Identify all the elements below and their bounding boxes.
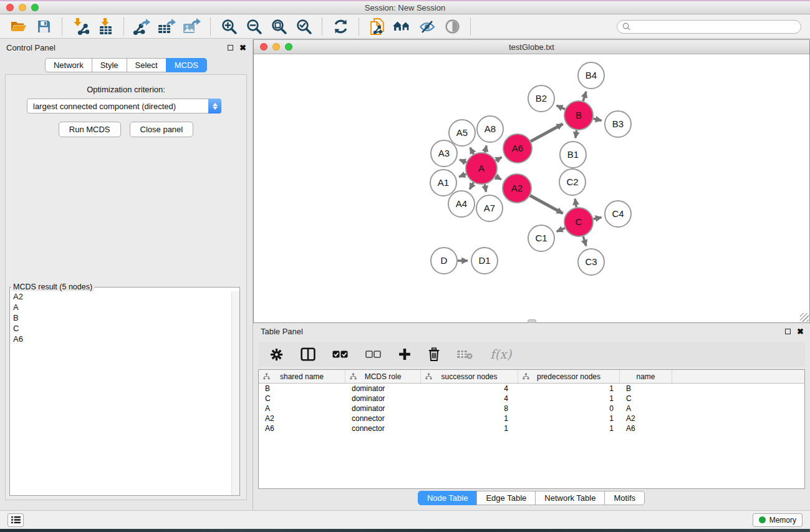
close-window-button[interactable] [6, 4, 14, 11]
table-cell[interactable]: 4 [421, 384, 518, 394]
home-view-button[interactable] [390, 17, 415, 37]
table-cell[interactable]: A6 [620, 423, 672, 433]
edge-B-B4[interactable] [583, 92, 586, 101]
table-cell[interactable]: B [259, 384, 345, 394]
show-all-button[interactable] [440, 17, 465, 37]
export-table-button[interactable] [155, 17, 180, 37]
main-titlebar[interactable]: Session: New Session [0, 1, 810, 14]
table-cell[interactable]: 1 [421, 414, 518, 423]
column-header-shared-name[interactable]: shared name [259, 370, 345, 383]
table-cell[interactable]: C [259, 394, 345, 404]
import-table-button[interactable] [93, 17, 118, 37]
edge-A-A3[interactable] [460, 160, 466, 162]
save-session-button[interactable] [31, 17, 56, 37]
column-visibility-button[interactable] [301, 345, 316, 364]
table-row[interactable]: Adominator80A [259, 404, 804, 414]
table-cell[interactable]: C [620, 394, 672, 404]
tab-node-table[interactable]: Node Table [418, 491, 478, 505]
table-cell[interactable]: B [620, 384, 672, 394]
column-header-name[interactable]: name [620, 370, 672, 383]
network-canvas[interactable]: B4B2BB3A5A8A6B1A3AA1C2A2A4A7C4CC1C3DD1 [254, 55, 809, 322]
search-box[interactable] [617, 20, 801, 34]
task-history-button[interactable] [7, 513, 24, 527]
table-float-panel-icon[interactable] [785, 329, 791, 334]
network-minimize-button[interactable] [272, 43, 280, 51]
table-cell[interactable]: A [259, 404, 345, 414]
zoom-out-button[interactable] [241, 17, 266, 37]
edge-A-A5[interactable] [470, 148, 474, 154]
mcds-result-item[interactable]: A6 [11, 334, 231, 344]
export-network-button[interactable] [130, 17, 155, 37]
table-cell[interactable]: 4 [421, 394, 518, 404]
select-all-rows-button[interactable] [332, 345, 349, 364]
table-cell[interactable]: A6 [259, 423, 345, 433]
import-network-button[interactable] [68, 17, 93, 37]
minimize-window-button[interactable] [19, 4, 26, 11]
column-header-successor-nodes[interactable]: successor nodes [421, 370, 518, 383]
table-cell[interactable]: connector [345, 414, 421, 423]
network-document-button[interactable] [365, 17, 390, 37]
edge-B-B3[interactable] [593, 118, 601, 120]
maximize-window-button[interactable] [31, 4, 39, 11]
table-cell[interactable]: dominator [345, 384, 421, 394]
zoom-fit-button[interactable] [266, 17, 291, 37]
column-header-MCDS-role[interactable]: MCDS role [345, 370, 421, 383]
tab-network-table[interactable]: Network Table [535, 491, 605, 505]
table-close-panel-icon[interactable]: ✖ [797, 327, 804, 336]
window-resize-grip[interactable] [800, 313, 809, 322]
edge-C-C1[interactable] [557, 228, 565, 232]
close-panel-icon[interactable]: ✖ [239, 44, 246, 52]
table-cell[interactable]: 1 [518, 414, 620, 423]
result-scrollbar[interactable] [231, 291, 239, 495]
table-cell[interactable]: 1 [518, 384, 620, 394]
float-panel-icon[interactable] [228, 45, 233, 51]
network-graph[interactable]: B4B2BB3A5A8A6B1A3AA1C2A2A4A7C4CC1C3DD1 [254, 55, 809, 322]
edge-A6-B[interactable] [531, 124, 562, 142]
tab-edge-table[interactable]: Edge Table [476, 491, 536, 505]
mcds-result-item[interactable]: C [11, 323, 231, 334]
edge-A-A2[interactable] [496, 177, 501, 180]
network-maximize-button[interactable] [285, 43, 292, 51]
edge-B-B1[interactable] [576, 130, 577, 138]
tab-mcds[interactable]: MCDS [166, 58, 207, 72]
network-close-button[interactable] [260, 43, 268, 51]
network-window-titlebar[interactable]: testGlobe.txt [254, 40, 809, 54]
table-cell[interactable]: connector [345, 423, 421, 433]
edge-A-A1[interactable] [459, 174, 466, 177]
edge-A-A7[interactable] [485, 184, 486, 191]
table-cell[interactable]: 8 [421, 404, 518, 414]
edge-C-C4[interactable] [594, 217, 602, 219]
tab-network[interactable]: Network [45, 58, 92, 72]
hide-selected-button[interactable] [415, 17, 440, 37]
table-cell[interactable]: 1 [421, 423, 518, 433]
open-session-button[interactable] [6, 17, 31, 37]
mcds-result-item[interactable]: B [11, 312, 231, 323]
delete-column-button[interactable] [428, 345, 440, 364]
edge-A-A4[interactable] [470, 183, 473, 190]
table-row[interactable]: Cdominator41C [259, 394, 804, 404]
search-input[interactable] [634, 22, 796, 31]
edge-C-C3[interactable] [583, 236, 586, 246]
table-cell[interactable]: 1 [518, 394, 620, 404]
refresh-layout-button[interactable] [328, 17, 353, 37]
deselect-all-rows-button[interactable] [365, 345, 382, 364]
table-cell[interactable]: A2 [620, 414, 672, 423]
mcds-result-item[interactable]: A2 [11, 291, 231, 302]
table-cell[interactable]: 1 [518, 423, 620, 433]
table-row[interactable]: Bdominator41B [259, 384, 804, 394]
mcds-result-item[interactable]: A [11, 302, 231, 312]
table-cell[interactable]: dominator [345, 404, 421, 414]
add-column-button[interactable] [398, 345, 411, 364]
table-settings-gear-button[interactable] [269, 345, 284, 364]
tab-select[interactable]: Select [127, 58, 166, 72]
zoom-selected-button[interactable] [291, 17, 316, 37]
table-cell[interactable]: 0 [518, 404, 620, 414]
close-panel-button[interactable]: Close panel [130, 122, 194, 137]
edge-A-A8[interactable] [485, 145, 487, 152]
table-cell[interactable]: A2 [259, 414, 345, 423]
edge-A2-C[interactable] [530, 195, 562, 213]
table-row[interactable]: A6connector11A6 [259, 423, 804, 433]
zoom-in-button[interactable] [216, 17, 241, 37]
export-image-button[interactable] [180, 17, 205, 37]
memory-button[interactable]: Memory [753, 513, 803, 527]
